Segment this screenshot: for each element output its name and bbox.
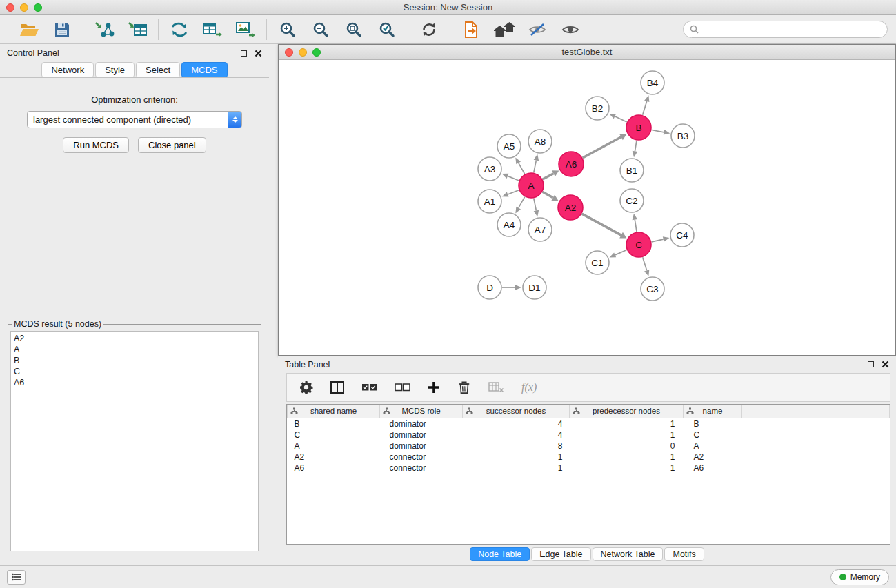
graph-node-C4[interactable]: C4 xyxy=(670,223,694,247)
column-header-MCDS-role[interactable]: MCDS role xyxy=(380,405,463,418)
session-document-button[interactable] xyxy=(459,18,483,41)
show-panel-button[interactable] xyxy=(7,570,26,585)
column-header-successor-nodes[interactable]: successor nodes xyxy=(463,405,570,418)
result-item[interactable]: A xyxy=(14,344,255,355)
open-session-button[interactable] xyxy=(17,18,41,41)
tab-style[interactable]: Style xyxy=(95,62,135,78)
table-settings-button[interactable] xyxy=(299,381,313,394)
graph-node-B3[interactable]: B3 xyxy=(671,124,695,148)
graph-edge-A-A7[interactable] xyxy=(534,199,537,211)
tab-edge-table[interactable]: Edge Table xyxy=(531,547,590,561)
split-divider[interactable] xyxy=(269,44,278,565)
table-row[interactable]: A2connector11A2 xyxy=(288,452,890,463)
graph-edge-A6-B[interactable] xyxy=(583,137,621,158)
memory-button[interactable]: Memory xyxy=(830,569,889,585)
tab-network-table[interactable]: Network Table xyxy=(593,547,664,561)
node-table-container[interactable]: shared nameMCDS rolesuccessor nodesprede… xyxy=(286,404,890,545)
table-row[interactable]: Adominator80A xyxy=(288,440,890,452)
graph-node-A3[interactable]: A3 xyxy=(478,157,501,181)
graph-node-C3[interactable]: C3 xyxy=(641,277,664,301)
network-maximize-button[interactable] xyxy=(312,48,321,57)
graph-edge-B-B4[interactable] xyxy=(643,101,647,115)
search-input[interactable] xyxy=(702,24,881,34)
hide-details-button[interactable] xyxy=(526,18,549,41)
tab-motifs[interactable]: Motifs xyxy=(664,547,704,561)
network-canvas[interactable]: B4B2BB3A5A8A6A3B1AA1C2A2A4A7C4CC1C3DD1 xyxy=(279,60,895,355)
table-row[interactable]: Cdominator41C xyxy=(288,429,890,440)
graph-node-A5[interactable]: A5 xyxy=(497,134,521,158)
zoom-selected-button[interactable] xyxy=(375,18,399,41)
function-builder-button[interactable]: f(x) xyxy=(521,381,537,394)
close-panel-button[interactable]: Close panel xyxy=(138,137,206,153)
graph-node-B4[interactable]: B4 xyxy=(641,71,664,94)
network-close-button[interactable] xyxy=(285,48,293,57)
run-mcds-button[interactable]: Run MCDS xyxy=(63,137,129,153)
graph-edge-C-C3[interactable] xyxy=(643,257,647,270)
maximize-window-button[interactable] xyxy=(34,3,42,12)
graph-edge-B-B3[interactable] xyxy=(652,130,664,132)
criterion-dropdown[interactable]: largest connected component (directed) xyxy=(27,111,242,128)
tab-node-table[interactable]: Node Table xyxy=(470,547,530,561)
graph-node-B2[interactable]: B2 xyxy=(586,97,609,120)
float-panel-button[interactable] xyxy=(241,50,247,57)
deselect-all-button[interactable] xyxy=(395,383,410,392)
graph-node-B1[interactable]: B1 xyxy=(620,159,644,182)
graph-node-C1[interactable]: C1 xyxy=(586,251,609,274)
tab-mcds[interactable]: MCDS xyxy=(181,62,227,78)
graph-node-A1[interactable]: A1 xyxy=(478,190,501,213)
export-image-button[interactable] xyxy=(234,18,257,41)
tab-network[interactable]: Network xyxy=(41,62,94,78)
table-row[interactable]: A6connector11A6 xyxy=(288,463,890,474)
export-network-button[interactable] xyxy=(168,18,191,41)
graph-node-C2[interactable]: C2 xyxy=(620,189,644,212)
graph-node-A6[interactable]: A6 xyxy=(559,152,584,176)
network-minimize-button[interactable] xyxy=(299,48,307,57)
column-header-predecessor-nodes[interactable]: predecessor nodes xyxy=(570,405,684,418)
result-item[interactable]: B xyxy=(14,355,255,366)
graph-edge-B-B2[interactable] xyxy=(615,116,626,122)
graph-node-A[interactable]: A xyxy=(519,173,544,198)
graph-edge-A-A2[interactable] xyxy=(543,192,553,198)
zoom-out-button[interactable] xyxy=(309,18,332,41)
graph-node-A4[interactable]: A4 xyxy=(497,213,521,236)
graph-edge-A-A1[interactable] xyxy=(508,190,519,194)
result-item[interactable]: C xyxy=(14,366,255,377)
close-window-button[interactable] xyxy=(6,3,14,12)
delete-column-button[interactable] xyxy=(488,382,504,393)
graph-node-A8[interactable]: A8 xyxy=(528,130,552,153)
graph-edge-A-A6[interactable] xyxy=(543,174,554,179)
float-table-panel-button[interactable] xyxy=(868,361,874,367)
close-table-panel-icon[interactable] xyxy=(882,361,889,368)
show-details-button[interactable] xyxy=(559,18,582,41)
graph-edge-A-A5[interactable] xyxy=(519,163,525,174)
graph-node-A7[interactable]: A7 xyxy=(528,218,552,241)
tab-select[interactable]: Select xyxy=(136,62,180,78)
import-table-button[interactable] xyxy=(126,18,149,41)
result-item[interactable]: A6 xyxy=(14,377,255,388)
refresh-button[interactable] xyxy=(417,18,441,41)
close-panel-icon[interactable] xyxy=(255,50,262,57)
delete-row-button[interactable] xyxy=(457,381,471,394)
graph-edge-A-A3[interactable] xyxy=(508,176,519,181)
graph-node-A2[interactable]: A2 xyxy=(558,195,583,220)
table-row[interactable]: Bdominator41B xyxy=(288,418,890,429)
graph-edge-C-C2[interactable] xyxy=(635,220,637,232)
show-columns-button[interactable] xyxy=(330,381,344,394)
select-all-button[interactable] xyxy=(361,383,377,392)
home-button[interactable] xyxy=(492,18,516,41)
result-item[interactable]: A2 xyxy=(14,333,255,344)
graph-node-D1[interactable]: D1 xyxy=(523,276,546,299)
add-row-button[interactable] xyxy=(428,381,440,394)
save-session-button[interactable] xyxy=(50,18,74,41)
graph-node-D[interactable]: D xyxy=(478,276,501,299)
graph-edge-C-C4[interactable] xyxy=(652,239,664,242)
search-box[interactable] xyxy=(683,21,888,38)
column-header-name[interactable]: name xyxy=(684,405,742,418)
column-header-shared-name[interactable]: shared name xyxy=(288,405,380,418)
graph-node-B[interactable]: B xyxy=(626,115,651,140)
export-table-button[interactable] xyxy=(201,18,224,41)
graph-edge-C-C1[interactable] xyxy=(615,250,627,255)
graph-edge-A-A8[interactable] xyxy=(534,160,537,172)
import-network-button[interactable] xyxy=(92,18,116,41)
minimize-window-button[interactable] xyxy=(20,3,28,12)
